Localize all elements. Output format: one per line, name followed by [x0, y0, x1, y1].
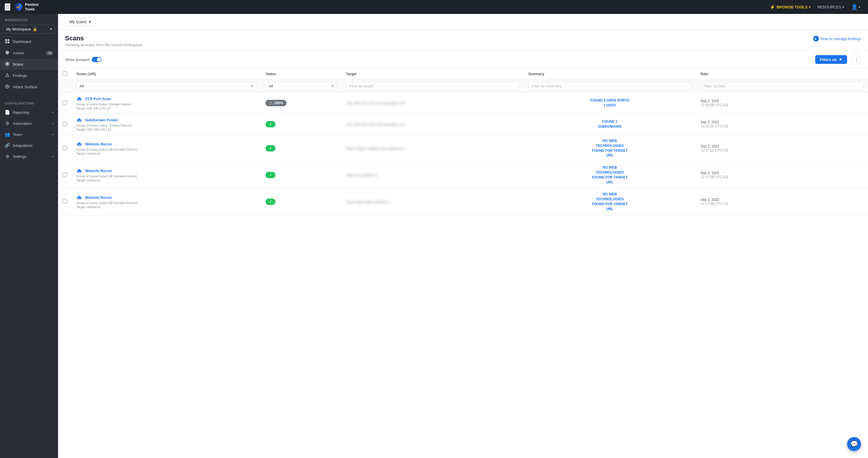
sidebar-item-reporting[interactable]: 📄 Reporting ▾	[0, 107, 58, 118]
svg-rect-19	[80, 100, 81, 101]
filters-on-button[interactable]: Filters on ▼	[815, 55, 847, 64]
svg-rect-14	[77, 98, 81, 101]
automation-icon: ⚙	[5, 121, 10, 126]
filter-status-select[interactable]: All	[266, 82, 337, 90]
status-sort-icon[interactable]: ↕	[278, 72, 280, 76]
sidebar: WORKSPACES My Workspace 🔒 ▾ Dashboard As…	[0, 14, 58, 458]
scan-target: https://specialist.elefant.ro	[346, 200, 390, 204]
reporting-chevron: ▾	[52, 111, 53, 114]
svg-rect-1	[7, 39, 9, 41]
status-badge-complete: ✓	[266, 199, 275, 205]
team-label: Team	[13, 132, 22, 137]
sidebar-item-team[interactable]: 👥 Team ▾	[0, 129, 58, 140]
scans-dropdown-chevron: ▾	[89, 20, 91, 24]
reporting-icon: 📄	[5, 110, 10, 115]
date-sort-icon[interactable]: ↓	[710, 72, 712, 76]
sidebar-item-findings[interactable]: Findings	[0, 70, 58, 81]
pentest-tools-logo-icon	[14, 2, 23, 11]
sidebar-item-attack-surface[interactable]: Attack Surface	[0, 81, 58, 93]
svg-rect-27	[79, 143, 80, 144]
row-target-cell: 192.248.178.119 sub.example.com	[341, 92, 524, 114]
assets-label: Assets	[13, 51, 24, 55]
sidebar-item-automation[interactable]: ⚙ Automation ▾	[0, 118, 58, 129]
svg-point-9	[7, 86, 8, 87]
filter-name-select[interactable]: All	[76, 82, 256, 90]
filter-target-input[interactable]	[346, 82, 519, 90]
more-options-button[interactable]: ⋮	[852, 55, 861, 64]
scan-summary[interactable]: FOUND 1SUBDOMAINS	[528, 119, 691, 129]
filter-summary-input[interactable]	[528, 82, 691, 90]
row-checkbox[interactable]	[63, 199, 67, 204]
resources-button[interactable]: RESOURCES ▾	[815, 3, 847, 11]
scan-name-link[interactable]: Website Recon	[85, 142, 112, 146]
scan-summary[interactable]: FOUND 0 OPEN PORTS1 HOST	[528, 98, 691, 108]
svg-point-40	[78, 197, 79, 198]
play-icon: ▶	[813, 36, 819, 41]
sidebar-item-dashboard[interactable]: Dashboard	[0, 36, 58, 47]
user-icon: 👤	[851, 4, 858, 10]
scan-date: Sep 2, 202212:17:08 UTC+03	[701, 171, 863, 179]
svg-point-5	[6, 63, 8, 65]
how-to-link[interactable]: ▶ How to manage findings	[813, 36, 861, 41]
scan-date: Sep 2, 202212:17:12 UTC+03	[701, 144, 863, 152]
scan-meta-1: Group of scans (robot: Domain Recon).	[76, 102, 256, 106]
sidebar-item-integrations[interactable]: 🔗 Integrations	[0, 140, 58, 151]
filter-date-input[interactable]	[701, 82, 863, 90]
filter-row: All All	[58, 80, 868, 92]
row-date-cell: Sep 2, 202212:17:08 UTC+03	[696, 188, 868, 215]
scan-name-link[interactable]: TCP Port Scan	[85, 97, 111, 101]
show-grouped-toggle[interactable]	[92, 57, 101, 62]
row-summary-cell: NO WEBTECHNOLOGIESFOUND FOR TARGETURL	[524, 188, 696, 215]
scan-target: 192.248.178.119 sub.example.com	[346, 101, 405, 105]
row-checkbox[interactable]	[63, 100, 67, 105]
row-name-cell: Website Recon Group of scans (robot: All…	[72, 135, 261, 162]
show-grouped-label: Show grouped	[65, 58, 89, 62]
scan-summary[interactable]: NO WEBTECHNOLOGIESFOUND FOR TARGETURL	[528, 165, 691, 185]
assets-icon	[5, 50, 10, 56]
select-all-checkbox[interactable]	[63, 71, 67, 76]
scan-summary[interactable]: NO WEBTECHNOLOGIESFOUND FOR TARGETURL	[528, 192, 691, 211]
row-checkbox[interactable]	[63, 173, 67, 177]
date-column-header: Date ↓	[696, 68, 868, 80]
app-body: WORKSPACES My Workspace 🔒 ▾ Dashboard As…	[0, 14, 868, 458]
chat-button[interactable]: 💬	[847, 437, 861, 451]
page-header-left: Scans Showing all scans from the current…	[65, 34, 143, 47]
svg-rect-32	[77, 170, 81, 173]
svg-rect-3	[7, 41, 9, 43]
sidebar-item-scans[interactable]: Scans	[0, 59, 58, 70]
hamburger-button[interactable]: ☰	[5, 3, 10, 11]
workspace-name: My Workspace	[6, 27, 31, 31]
svg-point-28	[78, 144, 79, 145]
filter-date-cell	[696, 80, 868, 92]
row-checkbox[interactable]	[63, 122, 67, 126]
workspace-chevron: ▾	[50, 27, 52, 31]
findings-icon	[5, 73, 10, 79]
status-badge-complete: ✓	[266, 172, 275, 178]
scans-dropdown[interactable]: My scans ▾	[65, 18, 95, 26]
scan-meta-1: Group of scans (robot: Domain Recon).	[76, 124, 256, 127]
header-bar: My scans ▾	[58, 14, 868, 30]
scans-sort-icon[interactable]: ↕	[98, 72, 99, 76]
user-menu-button[interactable]: 👤 ▾	[848, 2, 863, 12]
filters-on-label: Filters on	[820, 58, 837, 62]
scan-name-link[interactable]: Website Recon	[85, 169, 112, 173]
sidebar-item-settings[interactable]: ⚙ Settings ▾	[0, 151, 58, 162]
workspace-selector[interactable]: My Workspace 🔒 ▾	[3, 25, 55, 34]
filter-name-cell: All	[72, 80, 261, 92]
browse-tools-button[interactable]: ⚡ BROWSE TOOLS ▾	[767, 3, 813, 11]
row-status-cell: ✓	[261, 162, 341, 188]
scans-column-header: Scans (145) ↕	[72, 68, 261, 80]
scan-meta-2: Target: elefant.ro	[76, 152, 256, 155]
scan-name-link[interactable]: Subdomain Finder	[85, 118, 118, 122]
row-status-cell: 100%	[261, 92, 341, 114]
target-sort-icon[interactable]: ↕	[359, 72, 360, 76]
scan-name-link[interactable]: Website Recon	[85, 195, 112, 200]
scans-icon	[5, 62, 10, 67]
row-target-cell: https://m.elefant.ro	[341, 162, 524, 188]
row-name-cell: TCP Port Scan Group of scans (robot: Dom…	[72, 92, 261, 114]
scan-summary[interactable]: NO WEBTECHNOLOGIESFOUND FOR TARGETURL	[528, 139, 691, 158]
team-chevron: ▾	[52, 133, 53, 136]
resources-label: RESOURCES	[817, 5, 841, 9]
sidebar-item-assets[interactable]: Assets 75	[0, 47, 58, 59]
row-checkbox[interactable]	[63, 146, 67, 150]
